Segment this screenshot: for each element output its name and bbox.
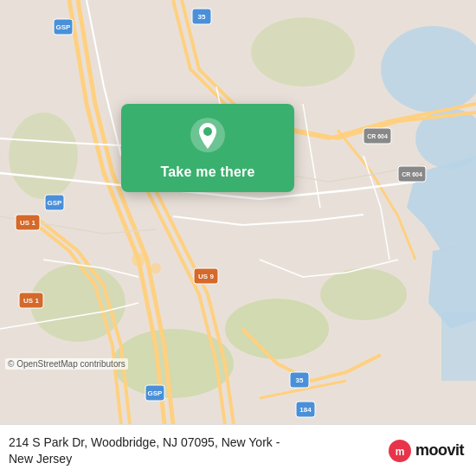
- svg-text:CR 604: CR 604: [402, 171, 422, 177]
- moovit-logo[interactable]: m moovit: [388, 439, 464, 463]
- svg-text:35: 35: [296, 376, 304, 384]
- svg-point-13: [151, 263, 161, 273]
- take-me-there-button[interactable]: Take me there: [121, 104, 294, 192]
- svg-point-9: [30, 264, 125, 342]
- svg-text:US 1: US 1: [20, 219, 35, 227]
- address-block: 214 S Park Dr, Woodbridge, NJ 07095, New…: [9, 434, 280, 466]
- svg-text:m: m: [396, 446, 405, 458]
- svg-text:GSP: GSP: [48, 199, 63, 207]
- city-line: New Jersey: [9, 451, 280, 466]
- svg-text:GSP: GSP: [56, 23, 72, 31]
- svg-text:US 9: US 9: [198, 273, 214, 280]
- address-line: 214 S Park Dr, Woodbridge, NJ 07095, New…: [9, 434, 280, 450]
- moovit-brand-icon: m: [388, 439, 412, 463]
- svg-text:184: 184: [299, 406, 312, 414]
- map-container: GSP GSP GSP 35 35 US 1 US 1 US 9 CR 604 …: [0, 0, 476, 424]
- info-bar: 214 S Park Dr, Woodbridge, NJ 07095, New…: [0, 424, 476, 476]
- osm-credit: © OpenStreetMap contributors: [5, 358, 128, 370]
- svg-point-37: [203, 127, 212, 136]
- moovit-text: moovit: [415, 441, 464, 460]
- location-pin-icon: [189, 118, 227, 156]
- svg-text:CR 604: CR 604: [367, 133, 388, 139]
- svg-point-12: [132, 253, 145, 267]
- svg-text:US 1: US 1: [23, 297, 39, 305]
- svg-point-11: [251, 17, 355, 87]
- take-me-there-label: Take me there: [160, 164, 254, 180]
- svg-point-7: [320, 268, 407, 320]
- svg-point-6: [225, 299, 329, 359]
- svg-point-10: [9, 113, 78, 199]
- svg-text:GSP: GSP: [148, 389, 164, 397]
- svg-text:35: 35: [198, 13, 206, 21]
- svg-rect-5: [441, 312, 476, 381]
